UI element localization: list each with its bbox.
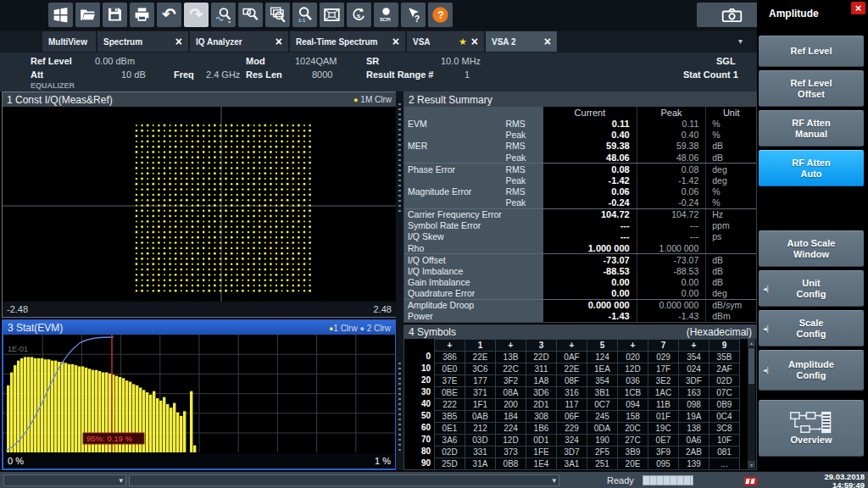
softkey-auto-scale-window[interactable]: Auto ScaleWindow <box>759 230 864 267</box>
tab-multiview[interactable]: MultiView <box>42 31 96 52</box>
scroll-down-icon[interactable]: ▼ <box>748 461 755 469</box>
window-splitter[interactable] <box>396 92 403 470</box>
symbols-row-20[interactable]: 2037E1773F21A808F3540363E23DF02D <box>404 374 747 386</box>
splitter-grip[interactable] <box>398 103 401 212</box>
tab-label: Spectrum <box>103 37 171 47</box>
tab-spectrum[interactable]: Spectrum× <box>97 31 188 52</box>
summary-row-power[interactable]: Power-1.43-1.43dBm <box>404 311 756 322</box>
help-icon[interactable]: ? <box>428 3 453 27</box>
status-bar: ▾ ▾ Ready 29.03.2018 14:59:49 <box>0 471 868 488</box>
scrollbar-thumb[interactable] <box>748 348 754 384</box>
tab-close-icon[interactable]: × <box>471 36 478 47</box>
summary-row-peak[interactable]: Peak-0.24-0.24% <box>404 197 756 208</box>
window-const-header[interactable]: 1 Const I/Q(Meas&Ref) ● 1M Clrw <box>3 92 396 107</box>
summary-row-i-q-imbalance[interactable]: I/Q Imbalance-88.53-88.53dB <box>404 265 756 276</box>
summary-row-peak[interactable]: Peak0.400.40% <box>404 130 756 141</box>
tab-overflow-caret-icon[interactable]: ▾ <box>738 36 743 46</box>
summary-row-phase-error[interactable]: Phase ErrorRMS0.080.08deg <box>404 163 756 175</box>
summary-row-amplitude-droop[interactable]: Amplitude Droop0.000 0000.000 000dB/sym <box>404 299 756 311</box>
symbols-scrollbar[interactable]: ▲ ▼ <box>748 339 755 469</box>
channel-info-bar[interactable]: Ref Level 0.00 dBm Mod 1024QAM SR 10.0 M… <box>0 53 757 92</box>
help-pointer-icon[interactable]: ? <box>401 3 426 27</box>
symbols-row-60[interactable]: 600E12122241B62290DA20C19C1383C8 <box>404 422 747 434</box>
mod-value: 1024QAM <box>295 56 337 66</box>
summary-row-peak[interactable]: Peak48.0648.06dB <box>404 152 756 163</box>
softkey-scale-config[interactable]: ◂|ScaleConfig <box>759 310 864 347</box>
tab-real-time-spectrum[interactable]: Real-Time Spectrum× <box>290 31 405 52</box>
submenu-arrow-icon: ◂| <box>763 365 769 376</box>
summary-header-row: CurrentPeakUnit <box>404 107 756 119</box>
status-dropdown-message[interactable]: ▾ <box>129 474 559 486</box>
zoom-multi-icon[interactable] <box>265 3 290 27</box>
symbols-row-0[interactable]: 038622E13B22D0AF12402002935435B <box>404 351 747 363</box>
symbols-row-90[interactable]: 9025D31A0B81E43A125120E095139... <box>404 458 747 469</box>
window-summary-title: 2 Result Summary <box>409 94 752 106</box>
close-softkey-menu-icon[interactable]: × <box>851 2 865 14</box>
summary-row-peak[interactable]: Peak-1.42-1.42deg <box>404 175 756 186</box>
window-summary-header[interactable]: 2 Result Summary <box>404 92 756 107</box>
zoom-area-icon[interactable] <box>238 3 263 27</box>
window-stat-header[interactable]: 3 Stat(EVM) ●1 Clrw ● 2 Clrw <box>3 321 395 335</box>
tab-close-icon[interactable]: × <box>175 36 182 47</box>
softkey-rf-atten-auto[interactable]: RF AttenAuto <box>759 150 864 186</box>
print-icon[interactable] <box>130 3 154 27</box>
tab-close-icon[interactable]: × <box>392 36 399 47</box>
symbols-row-10[interactable]: 100E03C622C31122E1EA12D17F0242AF <box>404 363 747 374</box>
save-icon[interactable] <box>103 3 127 27</box>
symbols-row-40[interactable]: 402221F12002D11170C709411B0980B9 <box>404 398 747 410</box>
evm-histogram-plot[interactable]: 1E-0195%: 0.19 % <box>3 335 395 453</box>
stat-x-min: 0 % <box>8 456 24 466</box>
window-result-summary[interactable]: 2 Result Summary CurrentPeakUnitEVMRMS0.… <box>403 92 757 323</box>
zoom-trace-icon[interactable] <box>211 3 236 27</box>
summary-row-mer[interactable]: MERRMS59.3859.38dB <box>404 141 756 152</box>
tab-close-icon[interactable]: × <box>544 36 551 47</box>
window-symbols-header[interactable]: 4 Symbols (Hexadecimal) <box>404 325 756 339</box>
splitter-grip[interactable] <box>398 363 401 451</box>
summary-row-gain-imbalance[interactable]: Gain Imbalance0.000.00dB <box>404 276 756 287</box>
softkey-ref-level-offset[interactable]: Ref LevelOffset <box>759 70 864 107</box>
tab-close-icon[interactable]: × <box>275 36 282 47</box>
summary-row-i-q-skew[interactable]: I/Q Skew------ps <box>404 231 756 242</box>
zoom-1to1-icon[interactable]: 1:1 <box>292 3 317 27</box>
constellation-plot[interactable] <box>3 107 396 302</box>
window-stat-evm[interactable]: 3 Stat(EVM) ●1 Clrw ● 2 Clrw 1E-0195%: 0… <box>2 319 397 470</box>
summary-row-quadrature-error[interactable]: Quadrature Error0.000.00deg <box>404 288 756 299</box>
symbols-row-80[interactable]: 8002D3313731FE3D72F53B93F92AB081 <box>404 446 747 458</box>
summary-row-rho[interactable]: Rho1.000 0001.000 000 <box>404 242 756 253</box>
open-icon[interactable] <box>75 3 100 27</box>
tab-iq-analyzer[interactable]: IQ Analyzer× <box>190 31 288 52</box>
undo-icon[interactable]: ↶ <box>157 3 181 27</box>
windows-icon[interactable] <box>48 3 73 27</box>
tab-vsa[interactable]: VSA★× <box>407 31 484 52</box>
tab-vsa-2[interactable]: VSA 2× <box>486 31 557 52</box>
softkey-unit-config[interactable]: ◂|UnitConfig <box>759 270 864 307</box>
status-dropdown-left[interactable]: ▾ <box>3 474 126 486</box>
summary-row-carrier-frequency-error[interactable]: Carrier Frequency Error104.72104.72Hz <box>404 208 756 220</box>
softkey-ref-level[interactable]: Ref Level <box>759 36 864 67</box>
redo-icon[interactable]: ↷ <box>184 3 209 27</box>
att-label: Att <box>31 69 43 80</box>
symbols-hex-table[interactable]: +1+3+5+7+9038622E13B22D0AF12402002935435… <box>404 339 747 469</box>
window-symbols[interactable]: 4 Symbols (Hexadecimal) +1+3+5+7+9038622… <box>403 324 757 470</box>
scpi-icon[interactable]: SCPI <box>374 3 398 27</box>
symbols-row-50[interactable]: 503B50AB18430806F24515801F19A0C4 <box>404 410 747 422</box>
toolbar: ↶↷1:1sSCPI?? <box>0 0 868 30</box>
symbols-row-70[interactable]: 703A603D12D0D132419027C0E70A610F <box>404 434 747 446</box>
summary-row-symbol-rate-error[interactable]: Symbol Rate Error------ppm <box>404 220 756 231</box>
softkey-amplitude-config[interactable]: ◂|AmplitudeConfig <box>759 350 864 391</box>
softkey-rf-atten-manual[interactable]: RF AttenManual <box>759 110 864 147</box>
softkey-label: Ref Level <box>791 78 832 89</box>
att-value: 10 dB <box>121 69 146 80</box>
summary-row-magnitude-error[interactable]: Magnitude ErrorRMS0.060.06% <box>404 186 756 197</box>
scroll-up-icon[interactable]: ▲ <box>748 339 755 347</box>
tab-label: VSA 2 <box>492 37 540 47</box>
result-summary-table[interactable]: CurrentPeakUnitEVMRMS0.110.11%Peak0.400.… <box>404 107 756 322</box>
sweep-refresh-icon[interactable]: s <box>347 3 371 27</box>
summary-row-evm[interactable]: EVMRMS0.110.11% <box>404 119 756 130</box>
softkey-overview[interactable]: Overview <box>759 400 864 457</box>
softkey-label: Offset <box>798 89 825 100</box>
window-const-iq[interactable]: 1 Const I/Q(Meas&Ref) ● 1M Clrw -2.48 2.… <box>2 92 397 318</box>
symbols-row-30[interactable]: 300BE37108A3D63163B11CB1AC16307C <box>404 386 747 398</box>
summary-row-i-q-offset[interactable]: I/Q Offset-73.07-73.07dB <box>404 253 756 265</box>
display-area-icon[interactable] <box>320 3 344 27</box>
